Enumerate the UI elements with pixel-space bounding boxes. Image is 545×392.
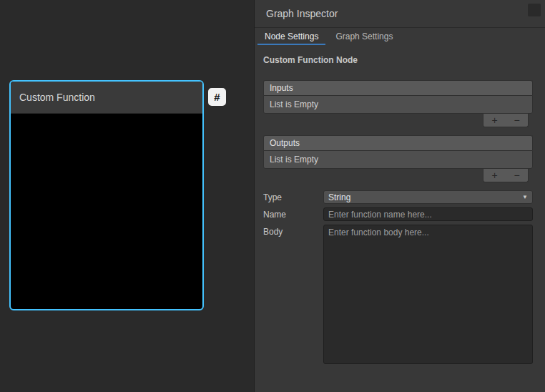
chevron-down-icon: ▼ bbox=[522, 194, 528, 200]
inputs-list-header: Inputs bbox=[263, 80, 533, 95]
outputs-empty-label: List is Empty bbox=[270, 155, 318, 165]
name-field-row: Name bbox=[263, 207, 533, 221]
inspector-tabbar: Node Settings Graph Settings bbox=[255, 28, 545, 45]
graph-inspector-panel: Graph Inspector Node Settings Graph Sett… bbox=[254, 0, 545, 392]
outputs-list-header-label: Outputs bbox=[270, 138, 300, 148]
outputs-remove-button[interactable]: − bbox=[508, 170, 526, 182]
custom-function-node[interactable]: Custom Function bbox=[9, 80, 204, 310]
inspector-title: Graph Inspector bbox=[266, 8, 338, 19]
inputs-add-button[interactable]: + bbox=[486, 114, 504, 127]
body-field-row: Body bbox=[263, 225, 533, 364]
inputs-remove-button[interactable]: − bbox=[508, 114, 526, 127]
outputs-list-header: Outputs bbox=[263, 135, 533, 150]
outputs-add-button[interactable]: + bbox=[486, 170, 504, 182]
type-dropdown-value: String bbox=[328, 192, 350, 202]
node-settings-fields: Type String ▼ Name Body bbox=[263, 190, 533, 364]
outputs-list: Outputs List is Empty + − bbox=[263, 135, 533, 182]
body-label: Body bbox=[263, 225, 323, 237]
panel-options-button[interactable] bbox=[528, 4, 541, 16]
tab-node-settings-label: Node Settings bbox=[265, 31, 318, 41]
inputs-list-footer: + − bbox=[263, 114, 533, 127]
inputs-list-header-label: Inputs bbox=[270, 83, 293, 93]
inputs-list: Inputs List is Empty + − bbox=[263, 80, 533, 127]
type-label: Type bbox=[263, 190, 323, 202]
inputs-empty-row: List is Empty bbox=[263, 95, 533, 114]
type-dropdown[interactable]: String ▼ bbox=[323, 190, 533, 204]
outputs-empty-row: List is Empty bbox=[263, 150, 533, 169]
name-input[interactable] bbox=[323, 207, 533, 221]
inspector-header: Graph Inspector bbox=[255, 0, 545, 28]
hash-badge[interactable]: # bbox=[208, 88, 226, 106]
hash-icon: # bbox=[214, 91, 220, 103]
tab-node-settings[interactable]: Node Settings bbox=[256, 28, 327, 45]
inputs-empty-label: List is Empty bbox=[270, 99, 318, 109]
type-field-row: Type String ▼ bbox=[263, 190, 533, 204]
tab-graph-settings[interactable]: Graph Settings bbox=[327, 28, 401, 45]
outputs-list-footer: + − bbox=[263, 169, 533, 182]
outputs-footer-bar: + − bbox=[483, 169, 529, 182]
name-label: Name bbox=[263, 207, 323, 220]
graph-canvas[interactable]: Custom Function # bbox=[0, 0, 254, 392]
node-title-bar[interactable]: Custom Function bbox=[11, 82, 202, 114]
section-title: Custom Function Node bbox=[263, 55, 533, 65]
tab-graph-settings-label: Graph Settings bbox=[335, 31, 393, 41]
inputs-footer-bar: + − bbox=[483, 114, 529, 127]
body-textarea[interactable] bbox=[323, 225, 533, 364]
node-title: Custom Function bbox=[19, 92, 95, 103]
